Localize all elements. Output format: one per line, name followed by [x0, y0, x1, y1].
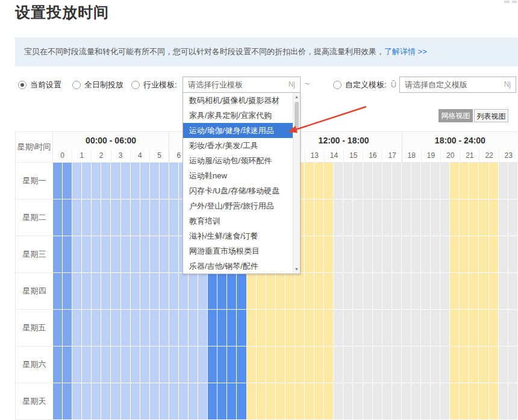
time-slot-cell[interactable] [343, 346, 353, 383]
time-slot-cell[interactable] [92, 236, 101, 273]
time-slot-cell[interactable] [160, 236, 169, 273]
radio-icon[interactable] [333, 81, 342, 89]
time-slot-cell[interactable] [402, 383, 411, 420]
time-slot-cell[interactable] [198, 310, 208, 346]
time-slot-cell[interactable] [179, 310, 189, 346]
time-slot-cell[interactable] [479, 236, 488, 273]
time-slot-cell[interactable] [479, 273, 488, 310]
time-slot-cell[interactable] [305, 346, 314, 383]
time-slot-cell[interactable] [257, 310, 266, 346]
time-slot-cell[interactable] [121, 199, 131, 236]
time-slot-cell[interactable] [431, 273, 440, 310]
time-slot-cell[interactable] [247, 273, 257, 310]
time-slot-cell[interactable] [324, 273, 334, 310]
time-slot-cell[interactable] [324, 346, 334, 383]
time-slot-cell[interactable] [111, 346, 120, 383]
time-slot-cell[interactable] [499, 310, 508, 346]
time-slot-cell[interactable] [508, 273, 518, 310]
time-slot-cell[interactable] [314, 163, 324, 199]
time-slot-cell[interactable] [334, 273, 343, 310]
time-slot-cell[interactable] [469, 236, 479, 273]
time-slot-cell[interactable] [421, 273, 431, 310]
time-slot-cell[interactable] [140, 273, 150, 310]
time-slot-cell[interactable] [189, 346, 198, 383]
time-slot-cell[interactable] [169, 310, 179, 346]
time-slot-cell[interactable] [402, 236, 411, 273]
time-slot-cell[interactable] [373, 383, 382, 420]
time-slot-cell[interactable] [479, 310, 488, 346]
time-slot-cell[interactable] [411, 163, 421, 199]
time-slot-cell[interactable] [160, 346, 169, 383]
time-slot-cell[interactable] [237, 346, 246, 383]
time-slot-cell[interactable] [373, 163, 382, 199]
time-slot-cell[interactable] [450, 273, 460, 310]
time-slot-cell[interactable] [402, 310, 411, 346]
time-slot-cell[interactable] [286, 310, 295, 346]
time-slot-cell[interactable] [53, 383, 63, 420]
time-slot-cell[interactable] [286, 346, 295, 383]
time-slot-cell[interactable] [227, 383, 237, 420]
time-slot-cell[interactable] [324, 163, 334, 199]
time-slot-cell[interactable] [53, 199, 63, 236]
time-slot-cell[interactable] [266, 383, 276, 420]
time-slot-cell[interactable] [92, 163, 101, 199]
time-slot-cell[interactable] [247, 383, 257, 420]
time-slot-cell[interactable] [131, 346, 140, 383]
time-slot-cell[interactable] [150, 346, 160, 383]
time-slot-cell[interactable] [440, 199, 450, 236]
time-slot-cell[interactable] [140, 163, 150, 199]
time-slot-cell[interactable] [353, 236, 363, 273]
time-slot-cell[interactable] [53, 273, 63, 310]
time-slot-cell[interactable] [160, 163, 169, 199]
time-slot-cell[interactable] [460, 310, 469, 346]
time-slot-cell[interactable] [343, 273, 353, 310]
time-slot-cell[interactable] [295, 383, 305, 420]
industry-template-option[interactable]: 乐器/吉他/钢琴/配件 [183, 259, 300, 274]
time-slot-cell[interactable] [63, 273, 72, 310]
radio-fullday-delivery[interactable]: 全日制投放 [72, 77, 123, 93]
time-slot-cell[interactable] [82, 199, 92, 236]
time-slot-cell[interactable] [440, 346, 450, 383]
time-slot-cell[interactable] [208, 346, 217, 383]
time-slot-cell[interactable] [402, 346, 411, 383]
time-slot-cell[interactable] [217, 273, 227, 310]
time-slot-cell[interactable] [92, 273, 101, 310]
time-slot-cell[interactable] [169, 163, 179, 199]
radio-current-setting[interactable]: 当前设置 [18, 77, 61, 93]
time-slot-cell[interactable] [392, 163, 402, 199]
time-slot-cell[interactable] [469, 199, 479, 236]
time-slot-cell[interactable] [343, 383, 353, 420]
scrollbar-thumb[interactable] [295, 102, 299, 129]
time-slot-cell[interactable] [121, 236, 131, 273]
time-slot-cell[interactable] [101, 346, 111, 383]
time-slot-cell[interactable] [343, 163, 353, 199]
time-slot-cell[interactable] [169, 199, 179, 236]
time-slot-cell[interactable] [353, 383, 363, 420]
time-slot-cell[interactable] [363, 163, 373, 199]
industry-template-option[interactable]: 网游垂直市场根类目 [183, 243, 300, 259]
time-slot-cell[interactable] [101, 273, 111, 310]
time-slot-cell[interactable] [131, 310, 140, 346]
time-slot-cell[interactable] [508, 383, 518, 420]
time-slot-cell[interactable] [257, 346, 266, 383]
time-slot-cell[interactable] [72, 346, 82, 383]
time-slot-cell[interactable] [392, 199, 402, 236]
time-slot-cell[interactable] [131, 236, 140, 273]
time-slot-cell[interactable] [489, 236, 499, 273]
time-slot-cell[interactable] [53, 163, 63, 199]
time-slot-cell[interactable] [247, 310, 257, 346]
time-slot-cell[interactable] [382, 163, 392, 199]
time-slot-cell[interactable] [450, 383, 460, 420]
time-slot-cell[interactable] [363, 383, 373, 420]
time-slot-cell[interactable] [179, 383, 189, 420]
time-slot-cell[interactable] [266, 310, 276, 346]
time-slot-cell[interactable] [421, 236, 431, 273]
time-slot-cell[interactable] [131, 163, 140, 199]
time-slot-cell[interactable] [469, 273, 479, 310]
time-slot-cell[interactable] [469, 383, 479, 420]
time-slot-cell[interactable] [160, 310, 169, 346]
time-slot-cell[interactable] [382, 236, 392, 273]
time-slot-cell[interactable] [363, 273, 373, 310]
time-slot-cell[interactable] [160, 199, 169, 236]
time-slot-cell[interactable] [324, 236, 334, 273]
